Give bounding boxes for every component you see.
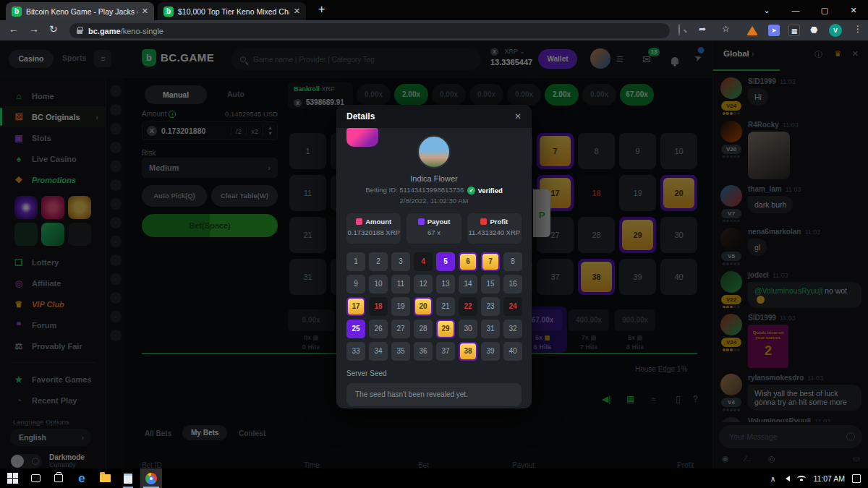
- modal-keno-tile-1: 1: [346, 252, 365, 271]
- window-close-button[interactable]: ✕: [839, 0, 868, 20]
- modal-keno-tile-10: 10: [369, 275, 388, 294]
- stat-card-amount: Amount0.17320188 XRP: [346, 213, 401, 244]
- start-button[interactable]: [1, 468, 23, 488]
- modal-keno-tile-30: 30: [459, 320, 477, 338]
- modal-keno-tile-4: 4: [414, 252, 433, 271]
- bet-date: 2/8/2022, 11:02:30 AM: [336, 197, 532, 205]
- tray-clock[interactable]: 11:07 AM: [813, 474, 845, 483]
- modal-keno-tile-34: 34: [369, 342, 388, 361]
- modal-keno-tile-15: 15: [481, 275, 500, 294]
- modal-keno-tile-32: 32: [503, 320, 522, 338]
- modal-keno-tile-2: 2: [369, 252, 388, 271]
- modal-keno-tile-38: 38: [459, 342, 477, 361]
- edge-icon[interactable]: e: [71, 468, 93, 488]
- browser-tab-2[interactable]: b $10,000 Top Tier Keno Mixed Cha ✕: [158, 2, 306, 20]
- modal-keno-tile-21: 21: [436, 297, 455, 316]
- window-chevron-icon[interactable]: ⌄: [752, 0, 781, 20]
- bet-details-modal: Details ✕ Indica Flower Betting ID: 5114…: [336, 105, 532, 408]
- tray-wifi-icon[interactable]: [797, 476, 806, 481]
- betting-id-row: Betting ID: 51143413998813736✓Verified: [336, 186, 532, 194]
- site-content: Casino Sports ≡ b BC.GAME Game name | Pr…: [0, 40, 868, 468]
- tab-favicon: b: [12, 7, 22, 17]
- address-bar[interactable]: bc.game/keno-single: [69, 23, 670, 38]
- tab-title: $10,000 Top Tier Keno Mixed Cha: [178, 7, 289, 16]
- share-icon[interactable]: ➦: [699, 24, 706, 34]
- tab-favicon: b: [163, 7, 174, 17]
- tray-chevron-icon[interactable]: ∧: [770, 474, 776, 483]
- chrome-icon[interactable]: [140, 468, 162, 488]
- modal-keno-tile-40: 40: [503, 342, 522, 361]
- bet-stat-cards: Amount0.17320188 XRPPayout67 xProfit11.4…: [346, 213, 522, 244]
- modal-keno-tile-17: 17: [346, 297, 365, 316]
- windows-taskbar: e ∧ 11:07 AM: [0, 468, 868, 488]
- modal-keno-tile-5: 5: [436, 252, 455, 271]
- modal-keno-tile-18: 18: [369, 297, 388, 316]
- stat-value: 11.4313240 XRP: [467, 228, 522, 236]
- modal-keno-grid: 1234567891011121314151617181920212223242…: [346, 252, 522, 361]
- stat-value: 67 x: [407, 228, 461, 236]
- new-tab-button[interactable]: +: [318, 3, 325, 16]
- modal-keno-tile-35: 35: [391, 342, 410, 361]
- modal-keno-tile-36: 36: [414, 342, 433, 361]
- reload-button[interactable]: ↻: [49, 23, 58, 35]
- browser-toolbar: ← → ↻ bc.game/keno-single ➦ ☆ ➤ ▦ ⬣ V ⋮: [0, 20, 868, 40]
- modal-keno-tile-19: 19: [391, 297, 410, 316]
- cursor-extension-icon[interactable]: ➤: [768, 25, 780, 36]
- amount-icon: [356, 218, 362, 225]
- zoom-search-icon[interactable]: [678, 25, 680, 35]
- forward-button[interactable]: →: [29, 23, 39, 35]
- modal-keno-tile-13: 13: [436, 275, 455, 294]
- modal-keno-tile-25: 25: [346, 320, 365, 338]
- player-name[interactable]: Indica Flower: [336, 174, 532, 183]
- verified-check-icon: ✓: [467, 187, 475, 194]
- modal-keno-tile-27: 27: [391, 320, 410, 338]
- modal-keno-tile-31: 31: [481, 320, 500, 338]
- browser-profile-avatar[interactable]: V: [829, 24, 842, 37]
- task-view-button[interactable]: [25, 468, 46, 488]
- tab-title: Bitcoin Keno Game - Play Jacks o: [26, 7, 137, 16]
- extensions-puzzle-icon[interactable]: ⬣: [810, 25, 817, 35]
- window-maximize-button[interactable]: ▢: [810, 0, 839, 20]
- window-minimize-button[interactable]: —: [781, 0, 810, 20]
- metamask-extension-icon[interactable]: [746, 26, 758, 35]
- store-icon[interactable]: [48, 468, 69, 488]
- modal-keno-tile-23: 23: [481, 297, 500, 316]
- bookmark-star-icon[interactable]: ☆: [722, 24, 730, 34]
- server-seed-label: Server Seed: [346, 369, 522, 377]
- player-avatar[interactable]: [417, 135, 451, 168]
- url-path: /keno-single: [121, 27, 163, 35]
- profit-icon: [480, 218, 487, 225]
- tray-speaker-icon[interactable]: [783, 476, 790, 481]
- game-logo-fragment: [346, 128, 378, 147]
- modal-keno-tile-7: 7: [481, 252, 500, 271]
- stat-card-profit: Profit11.4313240 XRP: [467, 213, 522, 244]
- modal-keno-tile-14: 14: [459, 275, 477, 294]
- url-host: bc.game: [88, 27, 121, 35]
- modal-keno-tile-12: 12: [414, 275, 433, 294]
- modal-keno-tile-29: 29: [436, 320, 455, 338]
- modal-keno-tile-37: 37: [436, 342, 455, 361]
- verified-badge[interactable]: ✓Verified: [467, 187, 502, 194]
- modal-keno-tile-6: 6: [459, 252, 477, 271]
- qr-extension-icon[interactable]: ▦: [788, 25, 800, 36]
- modal-keno-tile-28: 28: [414, 320, 433, 338]
- notepad-icon[interactable]: [117, 468, 139, 488]
- modal-keno-tile-16: 16: [503, 275, 522, 294]
- notification-center-icon[interactable]: [852, 474, 861, 483]
- modal-keno-tile-33: 33: [346, 342, 365, 361]
- modal-close-icon[interactable]: ✕: [514, 111, 522, 121]
- screen: b Bitcoin Keno Game - Play Jacks o ✕ b $…: [0, 0, 868, 488]
- browser-tab-1[interactable]: b Bitcoin Keno Game - Play Jacks o ✕: [6, 2, 154, 20]
- browser-menu-icon[interactable]: ⋮: [854, 24, 862, 34]
- modal-keno-tile-20: 20: [414, 297, 433, 316]
- modal-keno-tile-24: 24: [503, 297, 522, 316]
- modal-keno-tile-11: 11: [391, 275, 410, 294]
- tab-close-icon[interactable]: ✕: [294, 7, 300, 16]
- file-explorer-icon[interactable]: [94, 468, 116, 488]
- modal-keno-tile-3: 3: [391, 252, 410, 271]
- back-button[interactable]: ←: [9, 23, 19, 35]
- tab-close-icon[interactable]: ✕: [142, 7, 148, 16]
- modal-keno-tile-39: 39: [481, 342, 500, 361]
- modal-title: Details: [346, 111, 375, 121]
- payout-icon: [418, 218, 425, 225]
